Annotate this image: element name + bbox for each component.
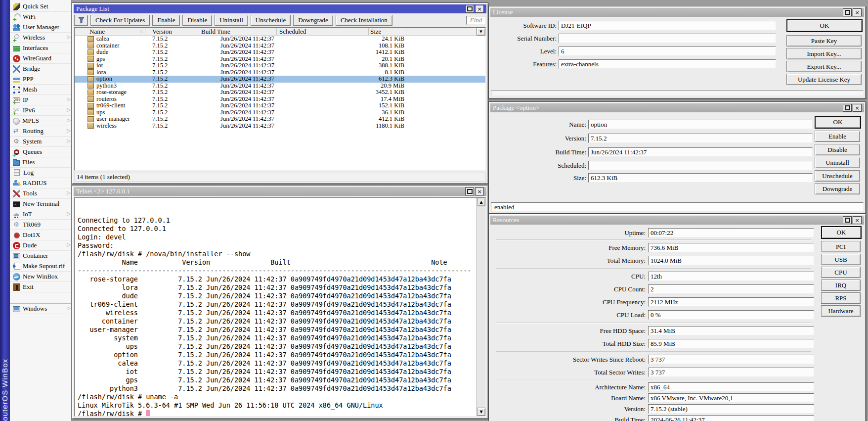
sidebar-item-log[interactable]: Log (10, 168, 71, 178)
ok-button[interactable]: OK (815, 116, 861, 129)
software-id-field[interactable]: DJ21-EIQP (559, 21, 776, 30)
table-row[interactable]: gps7.15.2Jun/26/2024 11:42:3720.1 KiB (75, 56, 485, 63)
column-header-name[interactable]: Name△ (75, 28, 145, 35)
irq-button[interactable]: IRQ (821, 280, 861, 291)
scroll-up-icon[interactable]: ▲ (477, 198, 485, 206)
table-row-selected[interactable]: option7.15.2Jun/26/2024 11:42:37612.3 Ki… (75, 76, 485, 83)
total-memory-field[interactable]: 1024.0 MiB (648, 256, 814, 265)
table-row[interactable]: lora7.15.2Jun/26/2024 11:42:378.1 KiB (75, 69, 485, 76)
name-field[interactable]: option (588, 120, 813, 129)
table-row[interactable]: rose-storage7.15.2Jun/26/2024 11:42:3734… (75, 89, 485, 96)
unschedule-button[interactable]: Unschedule (815, 170, 860, 182)
sidebar-item-new-winbox[interactable]: New WinBox (10, 272, 71, 282)
license-titlebar[interactable]: License × (490, 8, 864, 17)
sidebar-item-queues[interactable]: Queues (10, 147, 71, 157)
update-license-key-button[interactable]: Update License Key (786, 74, 862, 85)
downgrade-button[interactable]: Downgrade (293, 15, 333, 26)
usb-button[interactable]: USB (821, 254, 861, 265)
column-header-version[interactable]: Version (145, 28, 198, 35)
board-name-field[interactable]: x86 VMware, Inc. VMware20,1 (648, 393, 814, 403)
maximize-icon[interactable] (465, 5, 474, 13)
cpu-count-field[interactable]: 2 (648, 284, 814, 294)
uptime-field[interactable]: 00:07:22 (648, 228, 814, 237)
architecture-name-field[interactable]: x86_64 (648, 382, 814, 392)
maximize-icon[interactable] (465, 187, 474, 195)
sidebar-item-ppp[interactable]: PPP (10, 74, 71, 85)
sidebar-item-routing[interactable]: Routing▷ (10, 126, 71, 137)
ok-button[interactable]: OK (786, 19, 863, 32)
close-icon[interactable]: × (853, 104, 862, 112)
sidebar-item-ip[interactable]: IP▷ (10, 95, 71, 105)
scroll-down-icon[interactable]: ▼ (477, 408, 485, 416)
scheduled-field[interactable] (588, 161, 813, 170)
features-field[interactable]: extra-channels (559, 59, 776, 69)
total-hdd-size-field[interactable]: 85.9 MiB (648, 339, 814, 348)
sidebar-item-files[interactable]: Files (10, 157, 71, 168)
sidebar-item-wifi[interactable]: WiFi (10, 12, 71, 22)
ok-button[interactable]: OK (821, 226, 862, 239)
export-key-button[interactable]: Export Key... (786, 61, 862, 72)
filter-button[interactable] (74, 15, 88, 26)
cpu-button[interactable]: CPU (821, 267, 861, 278)
rps-button[interactable]: RPS (821, 292, 861, 304)
sidebar-item-new-terminal[interactable]: New Terminal (10, 199, 71, 209)
total-sector-writes-field[interactable]: 3 737 (648, 368, 814, 377)
version-field[interactable]: 7.15.2 (588, 134, 813, 143)
unschedule-button[interactable]: Unschedule (251, 15, 291, 26)
sidebar-item-tools[interactable]: Tools▷ (10, 188, 71, 199)
uninstall-button[interactable]: Uninstall (215, 15, 248, 26)
check-for-updates-button[interactable]: Check For Updates (90, 15, 150, 26)
sidebar-item-container[interactable]: Container (10, 251, 71, 261)
uninstall-button[interactable]: Uninstall (815, 157, 860, 168)
package-option-titlebar[interactable]: Package <option> × (490, 103, 864, 112)
sidebar-item-wireguard[interactable]: WireGuard (10, 53, 71, 64)
column-header-build-time[interactable]: Build Time (198, 28, 277, 35)
table-row[interactable]: calea7.15.2Jun/26/2024 11:42:3724.1 KiB (75, 36, 485, 43)
level-field[interactable]: 6 (559, 47, 776, 56)
version-field[interactable]: 7.15.2 (stable) (648, 404, 814, 414)
close-icon[interactable]: × (475, 187, 484, 195)
sector-writes-since-reboot-field[interactable]: 3 737 (648, 355, 814, 364)
sidebar-item-tr069[interactable]: TR069 (10, 220, 71, 230)
table-row[interactable]: ups7.15.2Jun/26/2024 11:42:3736.1 KiB (75, 109, 485, 116)
maximize-icon[interactable] (843, 8, 852, 16)
sidebar-item-ipv6[interactable]: IPv6▷ (10, 105, 71, 116)
cpu-load-field[interactable]: 0 % (648, 310, 814, 320)
pci-button[interactable]: PCI (821, 241, 861, 252)
paste-key-button[interactable]: Paste Key (786, 35, 862, 47)
column-chooser-dropdown[interactable]: ▼ (477, 28, 485, 36)
enable-button[interactable]: Enable (152, 15, 180, 26)
serial-number-field[interactable] (559, 34, 776, 43)
find-input[interactable]: Find (466, 16, 486, 25)
telnet-titlebar[interactable]: Telnet <2> 127.0.0.1 × (74, 187, 486, 196)
sidebar-item-make-supout[interactable]: Make Supout.rif (10, 261, 71, 272)
sidebar-item-radius[interactable]: RADIUS (10, 178, 71, 188)
build-time-field[interactable]: Jun/26/2024 11:42:37 (588, 147, 813, 157)
downgrade-button[interactable]: Downgrade (815, 183, 860, 194)
sidebar-item-mpls[interactable]: MPLS▷ (10, 116, 71, 126)
sidebar-item-windows[interactable]: Windows▷ (10, 304, 71, 314)
size-field[interactable]: 612.3 KiB (588, 173, 813, 183)
disable-button[interactable]: Disable (182, 15, 212, 26)
import-key-button[interactable]: Import Key... (786, 48, 862, 59)
free-hdd-space-field[interactable]: 31.4 MiB (648, 326, 814, 335)
cpu-field[interactable]: 12th (648, 272, 814, 281)
sidebar-item-iot[interactable]: IoT▷ (10, 209, 71, 220)
sidebar-item-mesh[interactable]: Mesh (10, 85, 71, 95)
sidebar-item-bridge[interactable]: Bridge (10, 64, 71, 74)
table-row[interactable]: python37.15.2Jun/26/2024 11:42:3720.9 Mi… (75, 83, 485, 90)
close-icon[interactable]: × (475, 5, 484, 13)
maximize-icon[interactable] (843, 104, 852, 112)
free-memory-field[interactable]: 736.6 MiB (648, 243, 814, 252)
close-icon[interactable]: × (853, 216, 862, 224)
table-row[interactable]: wireless7.15.2Jun/26/2024 11:42:371180.1… (75, 123, 485, 130)
close-icon[interactable]: × (853, 8, 862, 16)
package-list-titlebar[interactable]: Package List × (74, 4, 486, 13)
terminal-output[interactable]: Connecting to 127.0.0.1 Connected to 127… (78, 199, 476, 416)
sidebar-item-dude[interactable]: Dude▷ (10, 240, 71, 251)
maximize-icon[interactable] (843, 216, 852, 224)
sidebar-item-exit[interactable]: Exit (10, 282, 71, 292)
enable-button[interactable]: Enable (815, 131, 860, 142)
table-row[interactable]: tr069-client7.15.2Jun/26/2024 11:42:3715… (75, 102, 485, 109)
sidebar-item-quick-set[interactable]: Quick Set (10, 1, 71, 12)
